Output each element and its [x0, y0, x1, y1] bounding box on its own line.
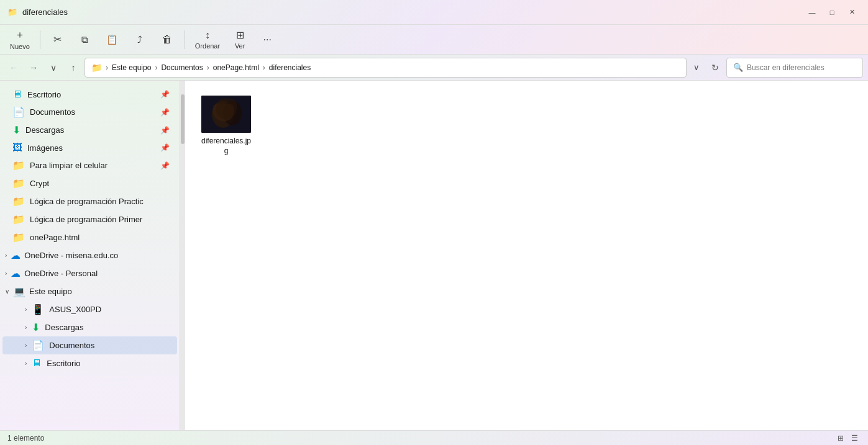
status-right: ⊞ ☰: [834, 432, 861, 444]
descargas-eq-icon: ⬇: [32, 321, 40, 333]
sidebar-item-documentos-eq[interactable]: › 📄 Documentos: [2, 336, 177, 354]
nuevo-button[interactable]: ＋ Nuevo: [5, 27, 35, 52]
expand-icon-personal: ›: [5, 270, 7, 277]
descargas-icon: ⬇: [12, 124, 21, 136]
refresh-button[interactable]: ↻: [706, 59, 724, 76]
main-area: 🖥 Escritorio 📌 📄 Documentos 📌 ⬇ Descarga…: [0, 81, 868, 430]
escritorio-icon: 🖥: [12, 89, 22, 100]
file-item-diferenciales[interactable]: diferenciales.jpg: [195, 91, 257, 161]
search-icon: 🔍: [733, 63, 743, 72]
path-onepage: onePage.html: [213, 63, 259, 72]
sidebar-item-descargas[interactable]: ⬇ Descargas 📌: [2, 121, 177, 139]
sidebar-item-crypt[interactable]: 📁 Crypt: [2, 174, 177, 192]
ver-label: Ver: [235, 42, 245, 50]
sidebar-item-documentos[interactable]: 📄 Documentos 📌: [2, 103, 177, 121]
file-thumbnail-diferenciales: [201, 96, 251, 133]
search-input[interactable]: [747, 63, 856, 72]
asus-icon: 📱: [32, 303, 44, 315]
address-path[interactable]: 📁 › Este equipo › Documentos › onePage.h…: [85, 58, 687, 78]
view-list-button[interactable]: ☰: [848, 432, 861, 444]
ordenar-button[interactable]: ↕ Ordenar: [190, 27, 225, 52]
documentos-eq-icon: 📄: [32, 339, 44, 351]
sidebar-label-crypt: Crypt: [30, 179, 170, 188]
path-documentos: Documentos: [161, 63, 203, 72]
search-box[interactable]: 🔍: [726, 58, 863, 78]
share-button[interactable]: ⤴: [127, 27, 152, 52]
pin-icon-imagenes: 📌: [160, 143, 170, 152]
onepage-icon: 📁: [12, 231, 25, 243]
para-limpiar-icon: 📁: [12, 160, 25, 171]
ordenar-icon: ↕: [205, 30, 210, 41]
expand-icon-asus: ›: [25, 306, 27, 313]
imagenes-icon: 🖼: [12, 142, 22, 153]
ordenar-label: Ordenar: [195, 42, 220, 50]
crypt-icon: 📁: [12, 178, 25, 189]
onedrive-personal-icon: ☁: [11, 267, 21, 279]
logica-practic-icon: 📁: [12, 196, 25, 207]
sidebar-label-documentos-eq: Documentos: [49, 341, 170, 350]
sidebar-label-imagenes: Imágenes: [27, 143, 155, 153]
sidebar-label-documentos: Documentos: [30, 107, 155, 117]
more-button[interactable]: ···: [255, 27, 280, 52]
sidebar-item-onepage[interactable]: 📁 onePage.html: [2, 228, 177, 246]
dropdown-button[interactable]: ∨: [45, 59, 62, 76]
sidebar-item-logica-practic[interactable]: 📁 Lógica de programación Practic: [2, 192, 177, 210]
path-este-equipo: Este equipo: [112, 63, 151, 72]
more-icon: ···: [263, 34, 271, 45]
address-bar: ← → ∨ ↑ 📁 › Este equipo › Documentos › o…: [0, 55, 868, 81]
copy-button[interactable]: ⧉: [73, 27, 98, 52]
sidebar-scrollbar[interactable]: [180, 81, 185, 430]
onedrive-misena-icon: ☁: [11, 249, 21, 261]
path-sep-2: ›: [155, 63, 157, 72]
sidebar-label-este-equipo: Este equipo: [29, 287, 72, 296]
sidebar-item-escritorio-eq[interactable]: › 🖥 Escritorio: [2, 354, 177, 372]
nuevo-icon: ＋: [15, 29, 25, 42]
sidebar-section-onedrive-personal[interactable]: › ☁ OneDrive - Personal: [0, 264, 180, 282]
title-bar-left: 📁 diferenciales: [7, 7, 68, 17]
share-icon: ⤴: [137, 34, 142, 45]
copy-icon: ⧉: [81, 34, 88, 45]
thumbnail-svg: [201, 96, 251, 133]
title-bar: 📁 diferenciales — □ ✕: [0, 0, 868, 25]
cut-icon: ✂: [53, 34, 62, 45]
paste-icon: 📋: [106, 34, 118, 45]
delete-icon: 🗑: [162, 34, 172, 45]
sidebar-item-para-limpiar[interactable]: 📁 Para limpiar el celular 📌: [2, 156, 177, 174]
este-equipo-icon: 💻: [13, 285, 25, 297]
close-button[interactable]: ✕: [843, 6, 861, 19]
paste-button[interactable]: 📋: [100, 27, 125, 52]
sidebar-item-imagenes[interactable]: 🖼 Imágenes 📌: [2, 139, 177, 156]
sidebar-section-este-equipo[interactable]: ∨ 💻 Este equipo: [0, 282, 180, 300]
forward-button[interactable]: →: [25, 59, 42, 76]
status-bar: 1 elemento ⊞ ☰: [0, 430, 868, 445]
sidebar-label-logica-practic: Lógica de programación Practic: [30, 197, 170, 206]
minimize-button[interactable]: —: [803, 6, 821, 19]
escritorio-eq-icon: 🖥: [32, 357, 42, 369]
view-grid-button[interactable]: ⊞: [834, 432, 847, 444]
scrollbar-thumb[interactable]: [181, 94, 185, 144]
sidebar-item-escritorio[interactable]: 🖥 Escritorio 📌: [2, 86, 177, 103]
sidebar-label-logica-primer: Lógica de programación Primer: [30, 215, 170, 224]
cut-button[interactable]: ✂: [45, 27, 70, 52]
sidebar-item-asus[interactable]: › 📱 ASUS_X00PD: [2, 300, 177, 318]
file-name-diferenciales: diferenciales.jpg: [200, 137, 252, 156]
expand-icon-escritorio-eq: ›: [25, 360, 27, 367]
title-bar-title: diferenciales: [22, 7, 68, 17]
back-button[interactable]: ←: [5, 59, 22, 76]
ver-button[interactable]: ⊞ Ver: [227, 27, 252, 52]
path-dropdown-button[interactable]: ∨: [689, 60, 704, 75]
pin-icon-escritorio: 📌: [160, 90, 170, 99]
documentos-icon: 📄: [12, 106, 25, 118]
sidebar-section-onedrive-misena[interactable]: › ☁ OneDrive - misena.edu.co: [0, 246, 180, 264]
delete-button[interactable]: 🗑: [155, 27, 180, 52]
up-button[interactable]: ↑: [65, 59, 82, 76]
sidebar-item-descargas-eq[interactable]: › ⬇ Descargas: [2, 318, 177, 336]
status-count: 1 elemento: [7, 434, 44, 443]
file-area: diferenciales.jpg: [185, 81, 868, 430]
sidebar-item-logica-primer[interactable]: 📁 Lógica de programación Primer: [2, 210, 177, 228]
expand-icon-documentos-eq: ›: [25, 342, 27, 349]
sidebar-label-onedrive-misena: OneDrive - misena.edu.co: [24, 251, 118, 260]
ver-icon: ⊞: [236, 29, 244, 41]
view-icons: ⊞ ☰: [834, 432, 861, 444]
maximize-button[interactable]: □: [823, 6, 841, 19]
